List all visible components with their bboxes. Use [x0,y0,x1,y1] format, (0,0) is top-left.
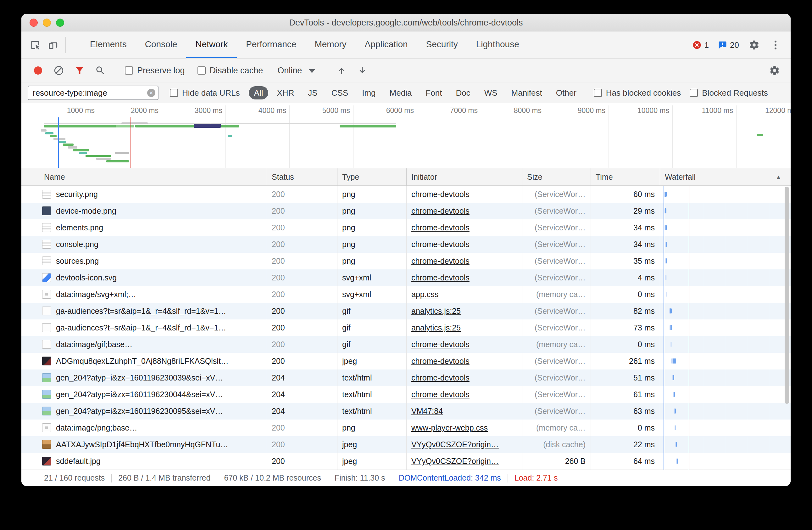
network-filter-input[interactable] [28,86,159,100]
tab-elements[interactable]: Elements [81,32,136,58]
device-toolbar-icon[interactable] [44,32,62,58]
request-initiator[interactable]: VYyQv0CSZOE?origin… [411,453,519,470]
tab-lighthouse[interactable]: Lighthouse [467,32,528,58]
close-button[interactable] [30,18,38,27]
throttling-dropdown[interactable]: Online [277,66,315,75]
filter-pill-xhr[interactable]: XHR [271,86,300,99]
tab-memory[interactable]: Memory [305,32,356,58]
disable-cache-checkbox[interactable]: Disable cache [198,66,263,75]
filter-pill-js[interactable]: JS [303,86,323,99]
blank-file-icon [42,307,51,315]
minimize-button[interactable] [43,18,51,27]
request-initiator[interactable]: VM47:84 [411,403,519,420]
table-row[interactable]: gen_204?atyp=i&zx=1601196230044&sei=xV…2… [21,386,791,403]
filter-input-wrap: × [28,86,159,100]
filter-pill-img[interactable]: Img [357,86,381,99]
request-initiator[interactable]: analytics.js:25 [411,303,519,319]
error-badge[interactable]: 1 [690,40,711,50]
overview-gridline [481,106,481,168]
clear-filter-icon[interactable]: × [147,89,155,97]
request-type: png [342,219,404,236]
overview-activity-bar [194,124,221,128]
tab-performance[interactable]: Performance [237,32,305,58]
request-initiator[interactable]: VYyQv0CSZOE?origin… [411,436,519,453]
divider [217,474,217,483]
import-har-icon[interactable] [331,65,352,76]
table-row[interactable]: gen_204?atyp=i&zx=1601196230039&sei=xV…2… [21,369,791,386]
settings-gear-icon[interactable] [745,40,763,50]
tab-console[interactable]: Console [136,32,187,58]
clear-button[interactable] [48,65,69,76]
table-row[interactable]: data:image/svg+xml;…200svg+xmlapp.css(me… [21,286,791,303]
table-row[interactable]: ADGmqu8qexLZuhphT_0Aj88Ng8riLFKASQlslt…2… [21,353,791,369]
filter-pill-ws[interactable]: WS [479,86,503,99]
table-row[interactable]: ga-audiences?t=sr&aip=1&_r=4&slf_rd=1&v=… [21,303,791,319]
request-initiator[interactable]: chrome-devtools [411,203,519,219]
blocked-requests-checkbox[interactable]: Blocked Requests [690,88,768,98]
request-initiator[interactable]: chrome-devtools [411,336,519,353]
filter-pill-font[interactable]: Font [420,86,447,99]
column-header-status[interactable]: Status [272,168,294,186]
preserve-log-checkbox[interactable]: Preserve log [125,66,185,75]
tab-security[interactable]: Security [417,32,467,58]
table-row[interactable]: elements.png200pngchrome-devtools(Servic… [21,219,791,236]
issues-badge[interactable]: 20 [715,40,742,50]
table-row[interactable]: AATXAJywSIpD1jf4EbqHXTfbe0mnyHqGFNTu…200… [21,436,791,453]
request-size: (ServiceWor… [523,186,585,203]
column-header-time[interactable]: Time [596,168,613,186]
filter-pill-css[interactable]: CSS [326,86,353,99]
column-header-waterfall[interactable]: Waterfall [665,168,696,186]
overview-activity-bar [79,152,87,154]
request-name: sources.png [56,253,263,269]
zoom-button[interactable] [56,18,64,27]
request-initiator[interactable]: chrome-devtools [411,253,519,269]
filter-pill-media[interactable]: Media [384,86,417,99]
request-initiator[interactable]: chrome-devtools [411,219,519,236]
table-row[interactable]: sources.png200pngchrome-devtools(Service… [21,253,791,269]
table-row[interactable]: security.png200pngchrome-devtools(Servic… [21,186,791,203]
table-row[interactable]: gen_204?atyp=i&zx=1601196230095&sei=xV…2… [21,403,791,420]
table-row[interactable]: device-mode.png200pngchrome-devtools(Ser… [21,203,791,219]
has-blocked-cookies-checkbox[interactable]: Has blocked cookies [594,88,681,98]
hide-data-urls-checkbox[interactable]: Hide data URLs [170,88,240,98]
search-icon[interactable] [90,65,111,76]
request-initiator[interactable]: chrome-devtools [411,269,519,286]
table-row[interactable]: ga-audiences?t=sr&aip=1&_r=4&slf_rd=1&v=… [21,319,791,336]
request-initiator[interactable]: app.css [411,286,519,303]
filter-pill-manifest[interactable]: Manifest [506,86,548,99]
filter-pill-other[interactable]: Other [551,86,582,99]
table-row[interactable]: sddefault.jpg200jpegVYyQv0CSZOE?origin…2… [21,453,791,470]
request-initiator[interactable]: chrome-devtools [411,353,519,369]
tab-application[interactable]: Application [356,32,417,58]
request-initiator[interactable]: analytics.js:25 [411,319,519,336]
filter-pill-all[interactable]: All [249,86,269,99]
request-initiator[interactable]: chrome-devtools [411,369,519,386]
column-header-initiator[interactable]: Initiator [411,168,437,186]
filter-pill-doc[interactable]: Doc [450,86,476,99]
filter-funnel-icon[interactable] [69,65,90,76]
column-header-size[interactable]: Size [527,168,542,186]
overview[interactable]: 1000 ms2000 ms3000 ms4000 ms5000 ms6000 … [21,103,791,168]
sort-indicator-icon[interactable]: ▲ [775,168,782,186]
overview-gridline [672,106,673,168]
window-titlebar[interactable]: DevTools - developers.google.com/web/too… [21,14,791,31]
network-settings-gear-icon[interactable] [764,65,785,76]
request-initiator[interactable]: chrome-devtools [411,386,519,403]
record-button[interactable] [28,66,48,74]
tab-network[interactable]: Network [186,32,237,58]
table-scrollbar[interactable] [785,187,789,404]
overview-gridline [162,106,162,168]
kebab-menu-icon[interactable] [767,41,784,50]
request-initiator[interactable]: www-player-webp.css [411,420,519,436]
request-initiator[interactable]: chrome-devtools [411,236,519,253]
column-header-type[interactable]: Type [342,168,359,186]
table-row[interactable]: data:image/png;base…200pngwww-player-web… [21,420,791,436]
request-name: data:image/png;base… [56,420,263,436]
inspect-element-icon[interactable] [26,32,44,58]
table-row[interactable]: devtools-icon.svg200svg+xmlchrome-devtoo… [21,269,791,286]
table-row[interactable]: console.png200pngchrome-devtools(Service… [21,236,791,253]
request-initiator[interactable]: chrome-devtools [411,186,519,203]
table-row[interactable]: data:image/gif;base…200gifchrome-devtool… [21,336,791,353]
export-har-icon[interactable] [352,65,373,76]
column-header-name[interactable]: Name [44,168,65,186]
